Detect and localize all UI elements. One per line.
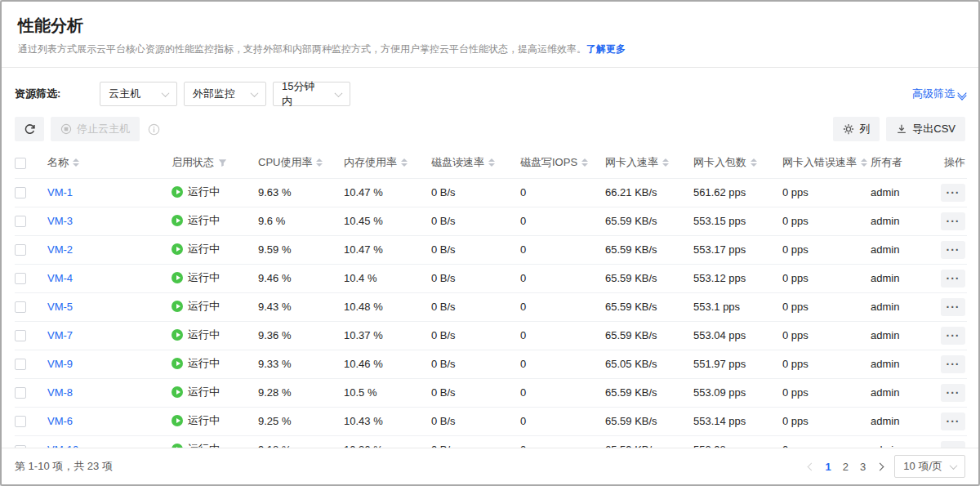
row-actions-button[interactable] bbox=[941, 355, 965, 373]
page-2-button[interactable]: 2 bbox=[843, 461, 849, 473]
net-in-packets-cell: 553.14 pps bbox=[693, 407, 782, 435]
row-actions-button[interactable] bbox=[941, 412, 965, 430]
vm-name-link[interactable]: VM-1 bbox=[47, 186, 73, 198]
resource-type-select[interactable]: 云主机 bbox=[100, 82, 177, 106]
cpu-usage-cell: 9.6 % bbox=[258, 207, 344, 235]
sort-icon[interactable] bbox=[73, 158, 79, 167]
prev-page-button[interactable] bbox=[808, 464, 814, 470]
refresh-button[interactable] bbox=[15, 117, 44, 141]
owner-cell: admin bbox=[871, 350, 933, 378]
select-all-checkbox[interactable] bbox=[15, 158, 26, 169]
columns-button[interactable]: 列 bbox=[833, 117, 880, 141]
disk-read-cell: 0 B/s bbox=[431, 321, 520, 350]
row-checkbox[interactable] bbox=[15, 359, 26, 370]
column-header-name[interactable]: 名称 bbox=[47, 155, 79, 170]
vm-name-link[interactable]: VM-2 bbox=[47, 243, 73, 256]
cpu-usage-cell: 9.28 % bbox=[258, 378, 344, 407]
column-header-disk-read[interactable]: 磁盘读速率 bbox=[431, 155, 495, 170]
net-in-rate-cell: 65.59 KB/s bbox=[605, 264, 693, 292]
table-row: VM-6 运行中 9.25 % 10.43 % 0 B/s 0 65.59 KB… bbox=[15, 407, 967, 435]
table-row: VM-9 运行中 9.33 % 10.46 % 0 B/s 0 65.05 KB… bbox=[15, 350, 967, 378]
sort-icon[interactable] bbox=[662, 158, 669, 167]
page-1-button[interactable]: 1 bbox=[826, 461, 831, 473]
owner-cell: admin bbox=[871, 178, 933, 207]
disk-read-cell: 0 B/s bbox=[431, 407, 520, 435]
export-csv-button[interactable]: 导出CSV bbox=[886, 117, 965, 141]
sort-icon[interactable] bbox=[751, 158, 757, 167]
advanced-filter-link[interactable]: 高级筛选 bbox=[912, 87, 965, 101]
sort-icon[interactable] bbox=[488, 158, 495, 167]
row-actions-button[interactable] bbox=[941, 384, 965, 402]
disk-read-cell: 0 B/s bbox=[431, 264, 520, 292]
page-subtitle: 通过列表方式展示云平台核心资源的性能监控指标，支持外部和内部两种监控方式，方便用… bbox=[18, 42, 962, 56]
row-checkbox[interactable] bbox=[15, 216, 26, 227]
row-actions-button[interactable] bbox=[941, 270, 965, 288]
filter-row: 资源筛选: 云主机 外部监控 15分钟内 高级筛选 bbox=[2, 68, 978, 106]
sort-icon[interactable] bbox=[861, 158, 867, 167]
info-icon[interactable] bbox=[148, 123, 160, 136]
owner-cell: admin bbox=[871, 264, 933, 292]
row-checkbox[interactable] bbox=[15, 301, 26, 313]
sort-icon[interactable] bbox=[316, 158, 323, 167]
page-3-button[interactable]: 3 bbox=[860, 461, 866, 473]
vm-name-link[interactable]: VM-8 bbox=[47, 386, 73, 399]
row-checkbox[interactable] bbox=[15, 387, 26, 399]
disk-read-cell: 0 B/s bbox=[431, 178, 520, 207]
column-header-actions: 操作 bbox=[944, 156, 965, 168]
owner-cell: admin bbox=[871, 292, 933, 321]
vm-name-link[interactable]: VM-6 bbox=[47, 415, 73, 427]
pagination: 1 2 3 10 项/页 bbox=[808, 455, 965, 478]
column-header-status[interactable]: 启用状态 bbox=[172, 155, 227, 170]
row-checkbox[interactable] bbox=[15, 244, 26, 256]
table-header-row: 名称 启用状态 CPU使用率 内存使用率 磁盘读速率 bbox=[15, 148, 967, 178]
sort-icon[interactable] bbox=[401, 158, 408, 167]
row-checkbox[interactable] bbox=[15, 330, 26, 341]
table-row: VM-3 运行中 9.6 % 10.45 % 0 B/s 0 65.59 KB/… bbox=[15, 207, 967, 235]
vm-name-link[interactable]: VM-9 bbox=[47, 358, 73, 370]
row-checkbox[interactable] bbox=[15, 273, 26, 284]
resource-type-value: 云主机 bbox=[109, 87, 140, 101]
vm-name-link[interactable]: VM-5 bbox=[47, 301, 73, 313]
owner-cell: admin bbox=[871, 321, 933, 350]
filter-funnel-icon[interactable] bbox=[218, 158, 227, 167]
stop-vm-button[interactable]: 停止云主机 bbox=[51, 117, 140, 141]
column-header-net-in-errors[interactable]: 网卡入错误速率 bbox=[782, 155, 867, 170]
advanced-filter-label: 高级筛选 bbox=[912, 87, 955, 101]
row-actions-button[interactable] bbox=[941, 184, 965, 202]
disk-write-iops-cell: 0 bbox=[520, 178, 605, 207]
row-actions-button[interactable] bbox=[941, 298, 965, 316]
cpu-usage-cell: 9.33 % bbox=[258, 350, 344, 378]
row-checkbox[interactable] bbox=[15, 416, 26, 427]
column-header-cpu[interactable]: CPU使用率 bbox=[258, 155, 323, 170]
net-in-packets-cell: 553.12 pps bbox=[693, 264, 782, 292]
net-in-errors-cell: 0 pps bbox=[782, 264, 871, 292]
page-header: 性能分析 通过列表方式展示云平台核心资源的性能监控指标，支持外部和内部两种监控方… bbox=[2, 2, 978, 68]
cpu-usage-cell: 9.63 % bbox=[258, 178, 344, 207]
net-in-errors-cell: 0 pps bbox=[782, 235, 871, 264]
column-header-net-in-packets[interactable]: 网卡入包数 bbox=[693, 155, 757, 170]
column-header-net-in-rate[interactable]: 网卡入速率 bbox=[605, 155, 669, 170]
stop-icon bbox=[60, 123, 72, 135]
row-actions-button[interactable] bbox=[941, 327, 965, 345]
vm-name-link[interactable]: VM-4 bbox=[47, 272, 73, 284]
column-header-memory[interactable]: 内存使用率 bbox=[344, 155, 408, 170]
time-range-select[interactable]: 15分钟内 bbox=[273, 82, 350, 106]
row-actions-button[interactable] bbox=[941, 241, 965, 259]
monitor-type-select[interactable]: 外部监控 bbox=[184, 82, 266, 106]
sort-icon[interactable] bbox=[581, 158, 588, 167]
row-checkbox[interactable] bbox=[15, 187, 26, 198]
next-page-button[interactable] bbox=[877, 464, 883, 470]
disk-write-iops-cell: 0 bbox=[520, 207, 605, 235]
running-status-icon bbox=[172, 272, 183, 283]
page-size-select[interactable]: 10 项/页 bbox=[894, 455, 965, 478]
running-status-icon bbox=[172, 358, 183, 369]
row-actions-button[interactable] bbox=[941, 212, 965, 230]
status-label: 运行中 bbox=[188, 385, 220, 399]
memory-usage-cell: 10.46 % bbox=[344, 350, 431, 378]
column-header-disk-write-iops[interactable]: 磁盘写IOPS bbox=[520, 155, 588, 170]
vm-name-link[interactable]: VM-3 bbox=[47, 215, 73, 227]
learn-more-link[interactable]: 了解更多 bbox=[586, 43, 626, 55]
chevron-down-icon bbox=[335, 89, 343, 97]
status-label: 运行中 bbox=[188, 299, 220, 314]
vm-name-link[interactable]: VM-7 bbox=[47, 329, 73, 341]
